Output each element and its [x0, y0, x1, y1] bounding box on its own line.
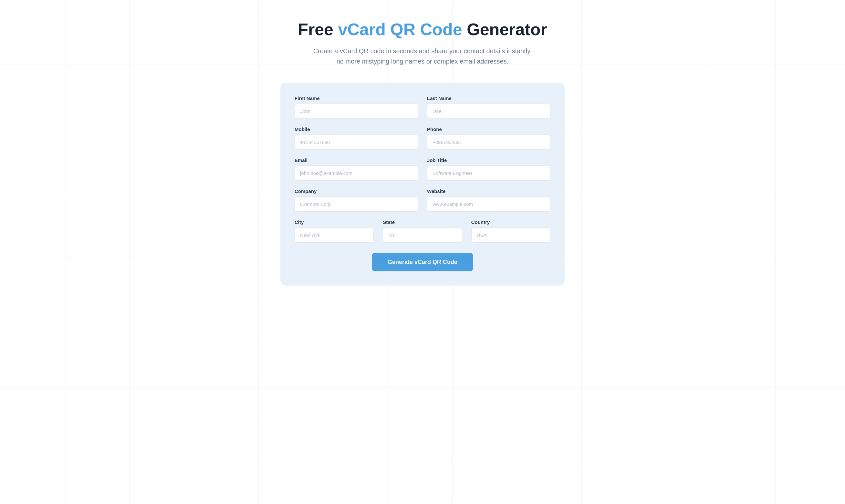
first-name-label: First Name: [295, 95, 418, 101]
last-name-input[interactable]: [427, 104, 550, 119]
city-group: City: [295, 219, 374, 242]
job-title-group: Job Title: [427, 158, 550, 181]
title-part3: Generator: [462, 20, 547, 39]
job-title-input[interactable]: [427, 165, 550, 181]
state-group: State: [383, 219, 462, 242]
phone-label: Phone: [427, 126, 550, 132]
email-group: Email: [295, 158, 418, 181]
page-header: Free vCard QR Code Generator Create a vC…: [298, 19, 547, 67]
country-input[interactable]: [471, 228, 550, 242]
company-label: Company: [295, 188, 418, 194]
form-container: First Name Last Name Mobile Phone Email …: [280, 83, 565, 286]
country-group: Country: [471, 219, 550, 242]
company-group: Company: [295, 188, 418, 212]
state-label: State: [383, 219, 462, 225]
city-label: City: [295, 219, 374, 225]
country-label: Country: [471, 219, 550, 225]
website-label: Website: [427, 188, 550, 194]
job-title-label: Job Title: [427, 158, 550, 163]
mobile-group: Mobile: [295, 126, 418, 150]
first-name-group: First Name: [295, 95, 418, 119]
submit-wrapper: Generate vCard QR Code: [295, 253, 550, 271]
company-input[interactable]: [295, 197, 418, 212]
page-subtitle: Create a vCard QR code in seconds and sh…: [300, 46, 545, 67]
website-input[interactable]: [427, 197, 550, 212]
mobile-label: Mobile: [295, 126, 418, 132]
location-group: City State Country: [295, 219, 550, 242]
mobile-input[interactable]: [295, 134, 418, 150]
last-name-label: Last Name: [427, 95, 550, 101]
website-group: Website: [427, 188, 550, 212]
city-input[interactable]: [295, 228, 374, 242]
title-part2: vCard QR Code: [338, 20, 462, 39]
last-name-group: Last Name: [427, 95, 550, 119]
form-grid: First Name Last Name Mobile Phone Email …: [295, 95, 550, 271]
email-input[interactable]: [295, 165, 418, 181]
phone-group: Phone: [427, 126, 550, 150]
email-label: Email: [295, 158, 418, 163]
generate-button[interactable]: Generate vCard QR Code: [372, 253, 473, 271]
state-input[interactable]: [383, 228, 462, 242]
title-part1: Free: [298, 20, 338, 39]
phone-input[interactable]: [427, 134, 550, 150]
first-name-input[interactable]: [295, 104, 418, 119]
page-title: Free vCard QR Code Generator: [298, 19, 547, 39]
